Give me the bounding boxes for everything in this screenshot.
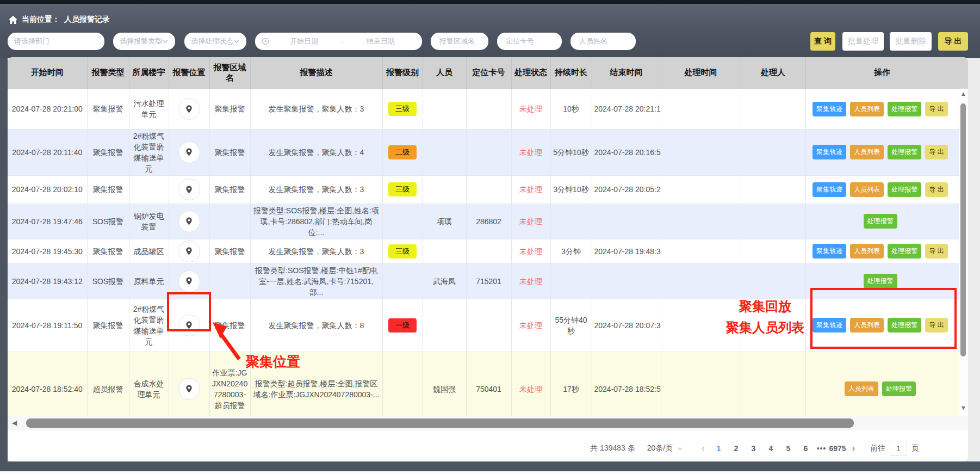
list-action-button[interactable]: 人员列表	[850, 102, 884, 116]
cell-alarm-level: 二级	[382, 129, 423, 175]
date-range-input[interactable]: 开始日期 - 结束日期	[255, 33, 422, 50]
cell-alarm-desc: 报警类型:SOS报警,楼层:全图,姓名:项璞,卡号:286802,部门:热动车间…	[250, 204, 382, 239]
map-pin-icon	[184, 276, 194, 286]
cell-alarm-level	[382, 352, 423, 426]
batch-handle-button[interactable]: 批量处理	[842, 32, 884, 51]
page-number[interactable]: 4	[763, 444, 779, 453]
column-header: 处理状态	[511, 57, 550, 89]
cell-handler	[741, 89, 805, 129]
alarm-location-button[interactable]	[178, 270, 200, 292]
horizontal-scrollbar[interactable]: ◀	[8, 416, 968, 430]
alarm-type-select[interactable]: 选择报警类型	[113, 33, 175, 50]
list-action-button[interactable]: 人员列表	[850, 182, 884, 197]
cell-card-number: 715201	[466, 263, 511, 299]
area-input[interactable]: 报警区域名	[431, 33, 488, 50]
next-page-button[interactable]: ›	[852, 444, 855, 453]
cell-operations: 聚集轨迹人员列表处理报警导 出	[805, 129, 959, 175]
page-number[interactable]: 5	[780, 444, 797, 453]
alarm-table: 开始时间报警类型所属楼宇报警位置报警区域名报警描述报警级别人员定位卡号处理状态持…	[8, 57, 959, 427]
annotation-person-list-label: 聚集人员列表	[719, 317, 811, 338]
cell-duration: 10秒	[550, 89, 592, 129]
handle-action-button[interactable]: 处理报警	[888, 244, 921, 258]
cell-handler	[741, 263, 805, 299]
cell-handle-status: 未处理	[511, 263, 550, 299]
cell-building	[129, 175, 169, 204]
table-row: 2024-07-28 19:45:30聚集报警成品罐区聚集报警发生聚集报警，聚集…	[8, 239, 959, 263]
batch-delete-button[interactable]: 批量删除	[890, 32, 932, 51]
cell-alarm-type: SOS报警	[87, 204, 129, 239]
page-ellipsis[interactable]: •••	[815, 444, 829, 453]
horizontal-scrollbar-thumb[interactable]	[26, 418, 854, 428]
cell-building: 2#粉煤气化装置磨煤输送单元	[129, 299, 169, 352]
cell-alarm-desc: 发生聚集报警，聚集人数：8	[250, 299, 382, 352]
list-action-button[interactable]: 人员列表	[845, 381, 878, 396]
alarm-location-button[interactable]	[178, 378, 200, 400]
scroll-up-icon[interactable]: ▲	[959, 90, 968, 97]
track-action-button[interactable]: 聚集轨迹	[812, 244, 846, 258]
person-input[interactable]: 人员姓名	[570, 33, 636, 50]
column-header: 开始时间	[8, 57, 87, 89]
goto-input[interactable]: 1	[890, 441, 907, 456]
track-action-button[interactable]: 聚集轨迹	[812, 102, 846, 116]
goto-page: 前往 1 页	[870, 441, 919, 456]
department-placeholder: 请选择部门	[14, 36, 49, 46]
cell-person	[423, 299, 466, 352]
cell-card-number: 286802	[466, 204, 511, 239]
page-size-select[interactable]: 20条/页	[647, 444, 683, 453]
alarm-location-button[interactable]	[178, 241, 200, 262]
handle-action-button[interactable]: 处理报警	[888, 145, 921, 159]
goto-label: 前往	[870, 444, 885, 453]
cell-handle-status: 未处理	[511, 299, 550, 352]
column-header: 所属楼宇	[129, 57, 169, 89]
alarm-location-button[interactable]	[178, 211, 200, 232]
department-input[interactable]: 请选择部门	[8, 33, 104, 50]
page: 当前位置： 人员报警记录 请选择部门 选择报警类型 选择处理状态 开始日期 -	[0, 0, 980, 474]
prev-page-button[interactable]: ‹	[702, 444, 704, 453]
handle-action-button[interactable]: 处理报警	[888, 182, 921, 197]
handle-status-text: 未处理	[519, 247, 542, 256]
window-top-strip	[0, 0, 980, 4]
cell-end-time: 2024-07-28 20:21:10	[592, 89, 661, 129]
alarm-location-button[interactable]	[178, 178, 200, 200]
scroll-down-icon[interactable]: ▼	[959, 404, 968, 411]
export-action-button[interactable]: 导 出	[925, 182, 947, 197]
export-action-button[interactable]: 导 出	[925, 244, 947, 258]
cell-duration: 3分钟	[550, 239, 592, 263]
alarm-location-button[interactable]	[178, 98, 200, 120]
page-number[interactable]: 6	[798, 444, 814, 453]
cell-start-time: 2024-07-28 18:52:40	[8, 352, 87, 426]
cell-alarm-type: 聚集报警	[87, 299, 129, 352]
list-action-button[interactable]: 人员列表	[850, 244, 884, 258]
query-button[interactable]: 查 询	[810, 32, 835, 51]
page-number[interactable]: 6975	[829, 444, 846, 453]
export-action-button[interactable]: 导 出	[925, 102, 947, 116]
scroll-left-icon[interactable]: ◀	[12, 419, 17, 427]
list-action-button[interactable]: 人员列表	[850, 145, 884, 159]
start-date-placeholder: 开始日期	[269, 36, 339, 46]
cell-person	[423, 89, 466, 129]
cell-handle-status: 未处理	[511, 175, 550, 204]
handle-action-button[interactable]: 处理报警	[864, 274, 897, 288]
cell-start-time: 2024-07-28 19:11:50	[8, 299, 87, 352]
page-number[interactable]: 1	[711, 444, 727, 453]
alarm-location-button[interactable]	[178, 141, 200, 163]
page-number[interactable]: 3	[746, 444, 762, 453]
vertical-scrollbar-thumb[interactable]	[960, 103, 966, 356]
handle-status-select[interactable]: 选择处理状态	[184, 33, 246, 50]
handle-action-button[interactable]: 处理报警	[864, 214, 897, 229]
handle-action-button[interactable]: 处理报警	[882, 381, 916, 396]
page-number[interactable]: 2	[728, 444, 745, 453]
handle-action-button[interactable]: 处理报警	[888, 102, 921, 116]
export-action-button[interactable]: 导 出	[925, 145, 947, 159]
vertical-scrollbar[interactable]: ▲ ▼	[959, 89, 968, 412]
cell-card-number	[466, 175, 511, 204]
export-button[interactable]: 导 出	[938, 32, 968, 51]
cell-handle-status: 未处理	[511, 204, 550, 239]
track-action-button[interactable]: 聚集轨迹	[812, 182, 846, 197]
card-input[interactable]: 定位卡号	[497, 33, 562, 50]
handle-status-text: 未处理	[519, 321, 542, 330]
page-left-margin	[0, 58, 8, 461]
cell-end-time: 2024-07-28 19:48:30	[592, 239, 661, 263]
track-action-button[interactable]: 聚集轨迹	[812, 145, 846, 159]
cell-person: 魏国强	[423, 352, 466, 426]
